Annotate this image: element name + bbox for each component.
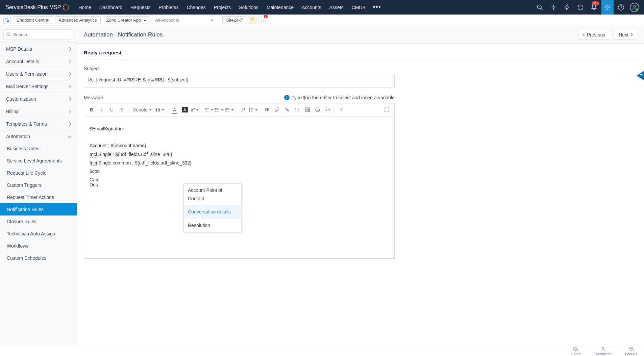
topnav-item[interactable]: Assets [326, 1, 347, 14]
link-button[interactable] [272, 105, 282, 114]
previous-button[interactable]: Previous [578, 30, 610, 40]
bold-button[interactable]: B [87, 105, 96, 114]
sidebar-section[interactable]: Customization [0, 93, 77, 105]
body-line: $con [90, 167, 389, 176]
underline-button[interactable]: U [107, 105, 117, 114]
topnav-item[interactable]: Solutions [236, 1, 262, 14]
bg-color-button[interactable]: A [180, 105, 190, 114]
more-tools-button[interactable] [337, 105, 346, 114]
sidebar-item[interactable]: Business Rules [0, 143, 77, 155]
footer-groups[interactable]: Groups [625, 347, 637, 356]
topnav-item[interactable]: Home [75, 1, 95, 14]
topnav-items: HomeDashboardRequestsProblemsChangesProj… [75, 1, 369, 14]
next-button[interactable]: Next [614, 30, 637, 40]
code-button[interactable] [323, 105, 332, 114]
rocket-badge: 1 [264, 15, 268, 18]
content-header: Automation - Notification Rules Previous… [77, 26, 644, 44]
zoho-creator-dropdown[interactable]: Zoho Creator App [103, 16, 150, 24]
sidebar-section-automation[interactable]: Automation [0, 130, 77, 143]
notes-icon[interactable] [249, 17, 256, 24]
autocomplete-item[interactable]: Resolution [184, 219, 241, 232]
quick-add-icon[interactable] [3, 17, 11, 24]
font-name-select[interactable]: Roboto [131, 105, 153, 114]
history-icon[interactable] [574, 0, 587, 15]
sidebar-section[interactable]: Mail Server Settings [0, 80, 77, 93]
sidebar-item[interactable]: Custom Schedules [0, 252, 77, 264]
sidebar-item[interactable]: Technician Auto Assign [0, 228, 77, 240]
page-title: Automation - Notification Rules [84, 31, 163, 38]
svg-point-9 [215, 108, 215, 109]
sidebar-search-input[interactable] [3, 29, 73, 40]
table-button[interactable] [303, 105, 312, 114]
svg-point-14 [602, 347, 603, 349]
footer-technician[interactable]: Technician [594, 347, 612, 356]
sidebar-item[interactable]: Workflows [0, 240, 77, 252]
sidebar-item[interactable]: Service Level Agreements [0, 155, 77, 167]
svg-point-15 [629, 348, 631, 349]
top-navbar: ServiceDesk Plus MSP HomeDashboardReques… [0, 0, 644, 15]
list-button[interactable] [214, 105, 224, 114]
svg-point-8 [7, 33, 9, 35]
form-title: Reply a request [84, 48, 637, 60]
pin-icon[interactable] [547, 0, 560, 15]
topnav-item[interactable]: Maintenance [263, 1, 297, 14]
expand-icon[interactable] [382, 105, 392, 114]
search-icon[interactable] [534, 0, 546, 15]
subject-input[interactable] [84, 74, 395, 87]
sidebar-item[interactable]: Request Life Cycle [0, 167, 77, 179]
hr-button[interactable] [293, 105, 302, 114]
gear-icon[interactable] [601, 0, 614, 15]
unlink-button[interactable] [282, 105, 292, 114]
variable-autocomplete: Account Point of ContactConversation det… [183, 183, 242, 232]
sidebar-section[interactable]: Users & Permission [0, 68, 77, 80]
sidebar-section[interactable]: Account Details [0, 55, 77, 68]
topnav-more-icon[interactable]: ••• [369, 4, 386, 11]
chevron-right-icon [67, 122, 71, 126]
outdent-button[interactable] [224, 105, 234, 114]
profile-avatar[interactable] [628, 0, 641, 15]
rocket-icon[interactable]: 1 [258, 17, 266, 24]
autocomplete-item[interactable]: Conversation details [184, 205, 241, 219]
font-size-select[interactable]: 10 [154, 105, 165, 114]
sidebar-section[interactable]: Templates & Forms [0, 118, 77, 130]
endpoint-central-button[interactable]: Endpoint Central [13, 16, 53, 24]
line-height-button[interactable] [248, 105, 258, 114]
editor-body[interactable]: $EmailSignature Account : ${account.name… [84, 117, 394, 258]
topnav-item[interactable]: Changes [183, 1, 209, 14]
topnav-item[interactable]: Accounts [298, 1, 325, 14]
sidebar-item[interactable]: Closure Rules [0, 215, 77, 228]
footer-chats[interactable]: Chats [571, 347, 580, 356]
sidebar-section[interactable]: MSP Details [0, 43, 77, 55]
topnav-item[interactable]: Requests [127, 1, 154, 14]
align-button[interactable] [204, 105, 214, 114]
advanced-analytics-button[interactable]: Advanced Analytics [55, 16, 101, 24]
topnav-item[interactable]: CMDB [348, 1, 369, 14]
topnav-item[interactable]: Projects [210, 1, 234, 14]
sidebar-section[interactable]: Billing [0, 105, 77, 118]
quote-button[interactable] [262, 105, 272, 114]
topnav-item[interactable]: Problems [155, 1, 182, 14]
bolt-icon[interactable] [561, 0, 573, 15]
strikethrough-button[interactable]: S [117, 105, 127, 114]
help-icon[interactable] [615, 0, 627, 15]
svg-point-1 [538, 5, 542, 9]
autocomplete-item[interactable]: Account Point of Contact [184, 184, 241, 205]
emoji-button[interactable] [313, 105, 322, 114]
body-line: $EmailSignature [90, 125, 389, 133]
brand-swirl-icon [62, 3, 70, 11]
font-color-button[interactable]: A [170, 105, 179, 114]
site24x7-button[interactable]: Site24x7 [222, 16, 247, 24]
content-panel: Automation - Notification Rules Previous… [77, 26, 644, 346]
bell-icon[interactable]: 261 [588, 0, 600, 15]
topnav-item[interactable]: Dashboard [96, 1, 126, 14]
svg-point-4 [634, 5, 636, 7]
italic-button[interactable]: I [97, 105, 106, 114]
sidebar-item[interactable]: Custom Triggers [0, 179, 77, 191]
sidebar-item[interactable]: Notification Rules [0, 203, 77, 215]
superscript-button[interactable]: x² [190, 105, 200, 114]
sidebar-item[interactable]: Request Timer Actions [0, 191, 77, 203]
clear-format-button[interactable] [238, 105, 248, 114]
search-icon [6, 32, 11, 37]
accounts-select[interactable]: All Accounts [152, 16, 216, 24]
chevron-down-icon [67, 134, 71, 138]
